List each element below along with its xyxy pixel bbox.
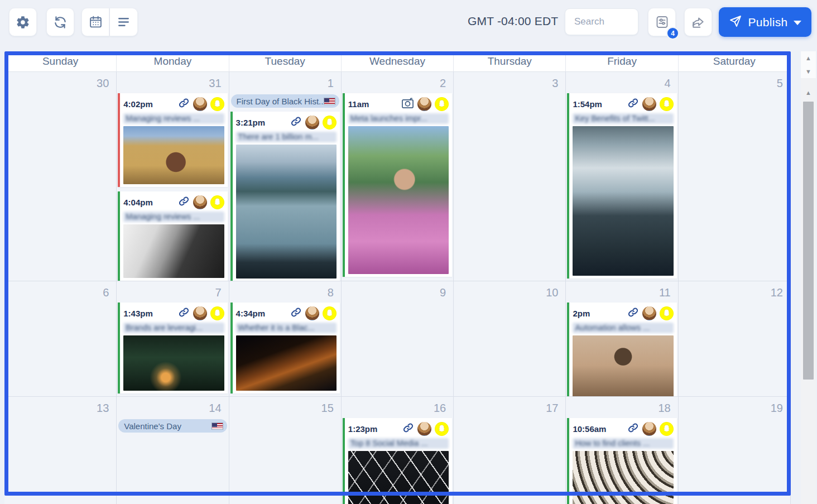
post-card[interactable]: 3:21pmThere are 1 billion m... [230,112,340,281]
post-header: 1:54pm [573,96,674,112]
day-number: 4 [566,72,677,93]
day-cell[interactable]: 12 [679,281,791,396]
day-cell[interactable]: 1First Day of Black Hist...3:21pmThere a… [229,72,342,281]
snapchat-icon [435,97,449,111]
share-button[interactable] [684,8,712,36]
post-title-blurred: Meta launches impr... [348,113,449,124]
scroll-down-arrow[interactable]: ▼ [801,65,816,78]
list-icon [117,15,131,29]
post-icons [401,97,450,111]
day-number: 10 [454,281,565,303]
day-cell[interactable]: 6 [4,281,117,396]
post-card[interactable]: 2pmAutomation allows ... [567,303,676,396]
day-cell[interactable]: 71:43pmBrands are leveragi... [117,281,229,396]
day-cell[interactable]: 30 [4,72,117,281]
day-cell[interactable]: 19 [679,397,791,504]
link-icon [290,116,302,129]
day-number: 18 [566,397,677,418]
search-input[interactable] [565,8,638,35]
post-title-blurred: Key Benefits of Twitt... [573,113,673,124]
avatar [642,306,656,320]
holiday-event[interactable]: Valentine's Day [118,419,227,433]
day-cell[interactable]: 14Valentine's Day [117,397,229,504]
post-time: 3:21pm [236,118,266,127]
post-image [348,451,449,504]
snapchat-icon [323,306,337,320]
post-card[interactable]: 10:56amHow to find clients ... [567,418,676,504]
avatar [193,97,207,111]
day-cell[interactable]: 3 [454,72,566,281]
top-toolbar: GMT -04:00 EDT 4 Publish [0,0,817,51]
day-cell[interactable]: 161:23pmTop 8 Social Media ... [342,397,454,504]
day-cell[interactable]: 314:02pmManaging reviews ...4:04pmManagi… [117,72,229,281]
post-title-blurred: Managing reviews ... [123,113,224,124]
snapchat-icon [660,422,674,436]
day-cell[interactable]: 9 [342,281,454,396]
calendar-view-button[interactable] [81,8,109,36]
snapchat-icon [210,195,224,209]
post-icons [178,306,225,320]
day-number: 19 [679,397,790,418]
day-cell[interactable]: 84:34pmWhether it is a Blac... [229,281,342,396]
calendar-header-row: SundayMondayTuesdayWednesdayThursdayFrid… [4,51,791,72]
link-icon [178,306,190,320]
post-card[interactable]: 11amMeta launches impr... [343,93,452,277]
post-card[interactable]: 1:54pmKey Benefits of Twitt... [567,93,676,279]
settings-button[interactable] [9,8,37,36]
scrollbar-thumb[interactable] [803,102,814,380]
us-flag-icon [212,423,223,430]
post-card[interactable]: 4:34pmWhether it is a Blac... [230,303,340,393]
day-number: 3 [454,72,565,93]
post-header: 1:43pm [123,305,225,321]
post-header: 11am [348,96,450,112]
filter-sliders-icon [655,15,670,30]
holiday-label: First Day of Black Hist... [237,97,324,106]
day-cell[interactable]: 41:54pmKey Benefits of Twitt... [566,72,678,281]
day-cell[interactable]: 13 [4,397,117,504]
day-number: 9 [342,281,453,303]
avatar [305,116,319,129]
day-number: 1 [229,72,341,93]
publish-button[interactable]: Publish [719,7,811,37]
day-number: 2 [342,72,453,93]
filter-button[interactable]: 4 [648,8,676,36]
post-time: 1:43pm [123,309,153,318]
refresh-button[interactable] [46,8,74,36]
day-number: 5 [679,72,790,93]
day-cell[interactable]: 211amMeta launches impr... [342,72,454,281]
post-card[interactable]: 4:02pmManaging reviews ... [118,93,227,187]
post-image [573,126,673,276]
day-cell[interactable]: 17 [454,397,566,504]
day-header: Saturday [679,51,791,71]
post-image [123,224,224,278]
post-card[interactable]: 1:43pmBrands are leveragi... [118,303,227,393]
holiday-event[interactable]: First Day of Black Hist... [231,94,339,108]
avatar [642,97,656,111]
avatar [417,97,431,111]
post-card[interactable]: 4:04pmManaging reviews ... [118,191,227,281]
snapchat-icon [323,116,337,129]
list-view-button[interactable] [110,8,138,36]
vertical-scrollbar[interactable]: ▲ ▼ ▲ [801,51,816,504]
day-cell[interactable]: 10 [454,281,566,396]
day-cell[interactable]: 112pmAutomation allows ... [566,281,678,396]
post-title-blurred: Top 8 Social Media ... [348,438,449,449]
day-cell[interactable]: 1810:56amHow to find clients ... [566,397,678,504]
link-icon [627,97,639,111]
inner-scroll-up-arrow[interactable]: ▲ [801,86,816,99]
post-time: 4:34pm [236,309,266,318]
snapchat-icon [210,97,224,111]
post-time: 4:02pm [123,99,153,109]
day-cell[interactable]: 15 [229,397,342,504]
post-card[interactable]: 1:23pmTop 8 Social Media ... [343,418,452,504]
day-number: 15 [229,397,341,418]
link-icon [178,195,190,209]
scroll-up-arrow[interactable]: ▲ [801,51,816,65]
post-header: 10:56am [573,421,674,436]
camera-icon [401,97,414,111]
day-header: Thursday [454,51,566,71]
calendar-week-row: 671:43pmBrands are leveragi...84:34pmWhe… [4,281,791,397]
calendar-panel: SundayMondayTuesdayWednesdayThursdayFrid… [4,51,791,504]
day-cell[interactable]: 5 [679,72,791,281]
post-image [348,126,449,274]
